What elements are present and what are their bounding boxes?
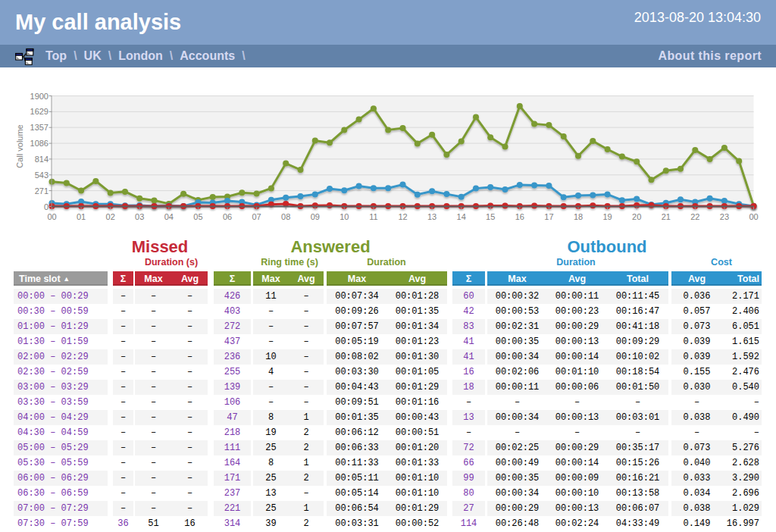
svg-text:03: 03 (135, 212, 144, 221)
svg-text:1357: 1357 (30, 123, 48, 132)
svg-text:04: 04 (164, 212, 174, 221)
svg-text:1629: 1629 (30, 107, 48, 116)
svg-text:0: 0 (44, 202, 48, 211)
svg-text:00: 00 (47, 212, 56, 221)
svg-text:13: 13 (427, 212, 436, 221)
svg-text:15: 15 (486, 212, 495, 221)
svg-text:22: 22 (690, 212, 699, 221)
svg-text:00: 00 (749, 212, 758, 221)
svg-text:14: 14 (457, 212, 466, 221)
svg-text:23: 23 (720, 212, 729, 221)
svg-text:Call volume: Call volume (15, 124, 24, 167)
svg-text:09: 09 (311, 212, 320, 221)
svg-text:11: 11 (369, 212, 377, 221)
svg-text:01: 01 (77, 212, 86, 221)
svg-text:17: 17 (544, 212, 553, 221)
svg-text:02: 02 (106, 212, 115, 221)
svg-text:05: 05 (193, 212, 202, 221)
svg-text:271: 271 (35, 186, 48, 196)
svg-text:1900: 1900 (30, 92, 48, 101)
svg-text:543: 543 (35, 171, 48, 180)
svg-text:18: 18 (574, 212, 583, 221)
svg-text:19: 19 (602, 212, 612, 221)
svg-text:07: 07 (252, 212, 261, 221)
svg-text:20: 20 (632, 212, 641, 221)
svg-text:814: 814 (35, 155, 48, 164)
svg-text:10: 10 (340, 212, 349, 221)
svg-text:16: 16 (515, 212, 524, 221)
svg-text:08: 08 (281, 212, 290, 221)
svg-text:21: 21 (662, 212, 671, 221)
svg-text:1086: 1086 (30, 139, 48, 148)
svg-text:12: 12 (398, 212, 407, 221)
svg-text:06: 06 (223, 212, 232, 221)
